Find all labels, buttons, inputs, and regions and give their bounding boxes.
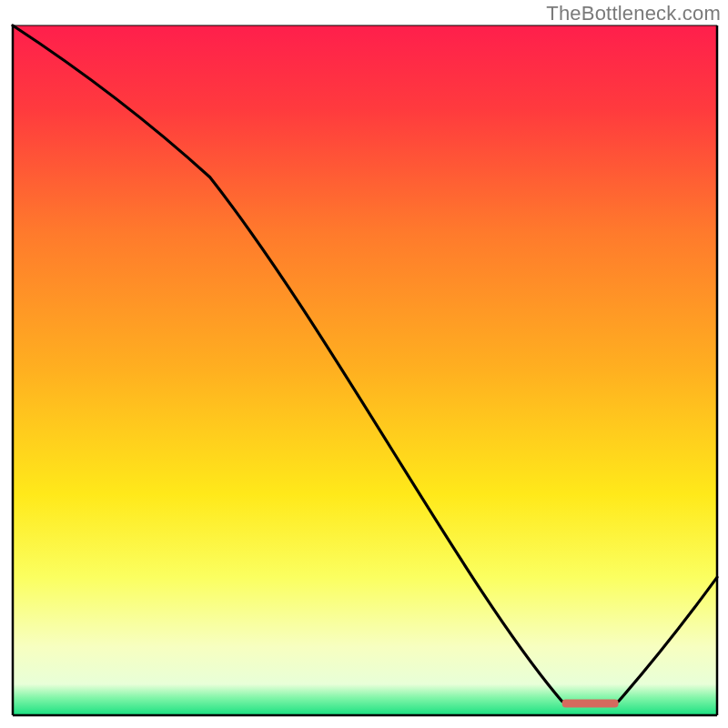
optimal-range-marker bbox=[562, 699, 619, 707]
svg-rect-0 bbox=[13, 25, 717, 715]
bottleneck-chart bbox=[0, 0, 728, 728]
attribution-label: TheBottleneck.com bbox=[546, 2, 721, 25]
chart-container: TheBottleneck.com bbox=[0, 0, 728, 728]
plot-area bbox=[13, 25, 717, 715]
